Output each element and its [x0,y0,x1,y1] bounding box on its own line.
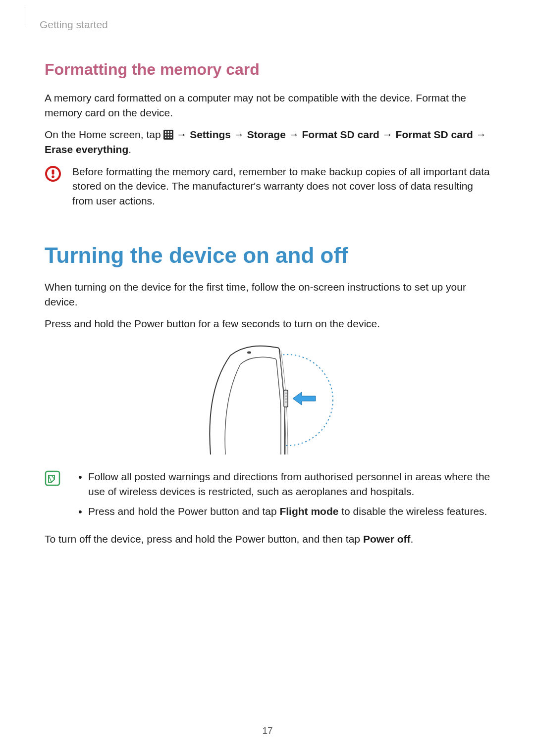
svg-rect-7 [165,137,166,138]
svg-rect-5 [168,134,169,135]
list-item: Follow all posted warnings and direction… [80,469,495,499]
nav-erase: Erase everything [45,144,128,155]
nav-format2: Format SD card [396,129,473,140]
header-rule [25,7,25,27]
note-block: Follow all posted warnings and direction… [45,469,495,523]
svg-rect-21 [46,471,59,485]
p3-prefix: To turn off the device, press and hold t… [45,533,363,545]
list-item: Press and hold the Power button and tap … [80,504,495,519]
svg-rect-4 [165,134,166,135]
svg-marker-20 [293,392,316,405]
caution-text: Before formatting the memory card, remem… [72,164,495,208]
apps-grid-icon [163,129,173,140]
note2-suffix: to disable the wireless features. [338,505,487,517]
page-number: 17 [0,725,535,736]
nav-storage: Storage [247,129,286,140]
flight-mode-label: Flight mode [279,505,338,517]
power-button-diagram [45,341,495,454]
svg-rect-9 [170,137,172,138]
power-off-label: Power off [363,533,411,545]
arrow-sep: → [379,129,396,140]
caution-icon [45,165,61,184]
svg-rect-8 [168,137,169,138]
svg-rect-15 [284,390,288,407]
arrow-sep: → [231,129,247,140]
subheading-formatting: Formatting the memory card [45,60,495,79]
svg-rect-6 [170,134,172,135]
heading-turning-on-off: Turning the device on and off [45,243,495,268]
note-list: Follow all posted warnings and direction… [71,469,495,518]
note-icon [45,470,60,488]
arrow-icon [293,392,316,405]
nav-format1: Format SD card [302,129,379,140]
svg-rect-1 [165,131,166,133]
p3-suffix: . [411,533,414,545]
period: . [128,144,131,155]
body-text: To turn off the device, press and hold t… [45,532,495,547]
arrow-sep: → [473,129,486,140]
svg-point-14 [247,352,251,354]
body-text: When turning on the device for the first… [45,280,495,309]
body-text: A memory card formatted on a computer ma… [45,91,495,120]
breadcrumb: Getting started [40,19,495,31]
svg-rect-3 [170,131,172,133]
body-text: Press and hold the Power button for a fe… [45,316,495,331]
arrow-sep: → [286,129,302,140]
instr-prefix: On the Home screen, tap [45,129,163,140]
svg-rect-11 [52,169,54,174]
note2-prefix: Press and hold the Power button and tap [88,505,279,517]
note-body: Follow all posted warnings and direction… [71,469,495,523]
instruction-line: On the Home screen, tap → Settings → Sto… [45,127,495,157]
svg-point-12 [52,175,54,178]
nav-settings: Settings [190,129,231,140]
svg-rect-2 [168,131,169,133]
caution-block: Before formatting the memory card, remem… [45,164,495,208]
arrow-sep: → [173,129,190,140]
